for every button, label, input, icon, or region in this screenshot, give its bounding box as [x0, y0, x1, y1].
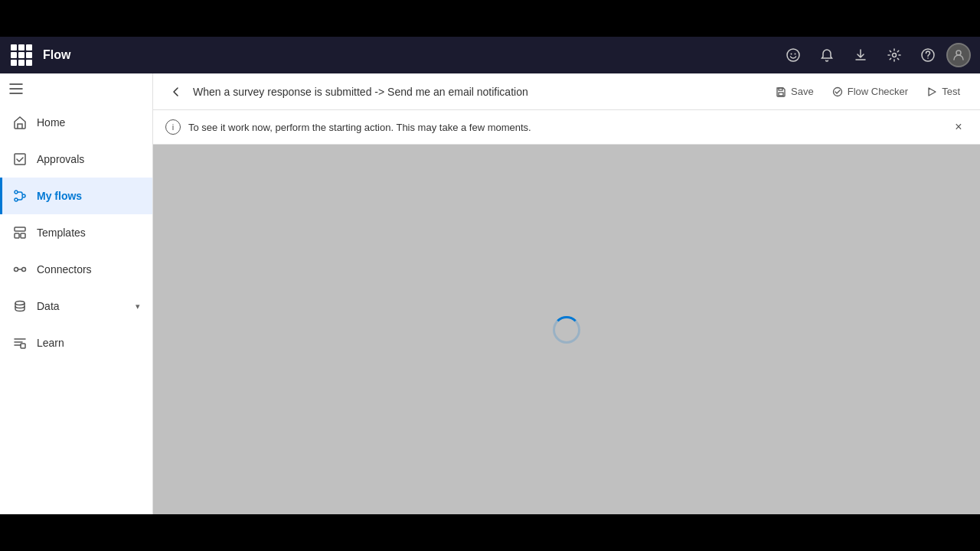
svg-point-1: [791, 54, 792, 55]
save-icon: [776, 86, 786, 97]
top-black-bar: [0, 0, 980, 37]
sidebar: Home Approvals: [0, 73, 153, 514]
download-button[interactable]: [845, 40, 876, 70]
svg-rect-19: [779, 88, 782, 90]
apps-grid-icon: [11, 44, 32, 66]
main-content: When a survey response is submitted -> S…: [153, 73, 980, 514]
svg-point-20: [833, 87, 841, 96]
app-wrapper: Flow: [0, 37, 980, 514]
svg-rect-11: [15, 227, 25, 231]
sidebar-item-learn[interactable]: Learn: [0, 324, 152, 361]
svg-point-2: [795, 54, 796, 55]
info-icon: i: [165, 119, 181, 135]
svg-point-6: [956, 51, 961, 55]
svg-rect-7: [15, 154, 25, 165]
sidebar-item-data-label: Data: [37, 300, 60, 312]
sidebar-item-connectors-label: Connectors: [37, 263, 92, 276]
test-icon: [926, 86, 937, 97]
my-flows-icon: [12, 188, 28, 204]
info-banner: i To see it work now, perform the starti…: [153, 110, 980, 145]
app-header: Flow: [0, 37, 980, 73]
sidebar-item-approvals[interactable]: Approvals: [0, 141, 152, 178]
settings-button[interactable]: [879, 40, 910, 70]
flow-checker-label: Flow Checker: [848, 86, 908, 97]
loading-spinner: [553, 316, 580, 344]
svg-point-14: [15, 268, 18, 272]
info-banner-text: To see it work now, perform the starting…: [188, 122, 942, 133]
help-button[interactable]: [913, 40, 943, 70]
connectors-icon: [12, 262, 28, 277]
sidebar-item-my-flows-label: My flows: [37, 190, 82, 202]
svg-point-10: [15, 198, 18, 201]
bottom-black-bar: [0, 514, 980, 551]
sidebar-item-home[interactable]: Home: [0, 104, 152, 141]
svg-point-0: [787, 49, 799, 61]
sidebar-item-templates[interactable]: Templates: [0, 214, 152, 251]
apps-button[interactable]: [9, 43, 34, 67]
svg-rect-13: [21, 233, 25, 238]
templates-icon: [12, 225, 28, 240]
sidebar-item-learn-label: Learn: [37, 337, 64, 349]
flow-header-bar: When a survey response is submitted -> S…: [153, 73, 980, 110]
svg-point-15: [22, 268, 26, 272]
approvals-icon: [12, 152, 28, 167]
sidebar-collapse-button[interactable]: [0, 73, 152, 104]
flow-checker-icon: [832, 86, 843, 97]
flow-title: When a survey response is submitted -> S…: [193, 86, 762, 98]
test-label: Test: [942, 86, 960, 97]
svg-point-3: [893, 54, 897, 57]
save-label: Save: [791, 86, 814, 97]
close-icon: ×: [955, 120, 962, 134]
canvas-area: [153, 145, 980, 514]
sidebar-item-templates-label: Templates: [37, 227, 86, 239]
learn-icon: [12, 335, 28, 350]
content-area: Home Approvals: [0, 73, 980, 514]
svg-rect-18: [779, 93, 783, 96]
sidebar-item-home-label: Home: [37, 116, 65, 129]
spinner-circle: [553, 316, 580, 344]
flow-checker-button[interactable]: Flow Checker: [825, 83, 916, 100]
sidebar-item-my-flows[interactable]: My flows: [0, 178, 152, 214]
sidebar-item-approvals-label: Approvals: [37, 153, 84, 165]
header-icons: [778, 40, 971, 70]
feedback-button[interactable]: [778, 40, 808, 70]
test-button[interactable]: Test: [919, 83, 968, 100]
svg-rect-12: [15, 233, 19, 238]
notification-button[interactable]: [812, 40, 842, 70]
sidebar-item-data[interactable]: Data ▾: [0, 288, 152, 324]
svg-point-9: [22, 194, 25, 197]
sidebar-item-connectors[interactable]: Connectors: [0, 251, 152, 288]
svg-point-5: [927, 57, 929, 59]
user-avatar[interactable]: [946, 43, 971, 67]
data-icon: [12, 298, 28, 314]
sidebar-nav: Home Approvals: [0, 104, 152, 514]
svg-rect-17: [21, 344, 25, 348]
back-button[interactable]: [165, 81, 187, 103]
save-button[interactable]: Save: [768, 83, 822, 100]
info-close-button[interactable]: ×: [949, 118, 968, 136]
svg-point-8: [15, 191, 18, 194]
data-chevron-icon: ▾: [136, 302, 140, 311]
flow-actions: Save Flow Checker Test: [768, 83, 968, 100]
svg-point-16: [15, 302, 24, 305]
app-title: Flow: [43, 48, 70, 62]
home-icon: [12, 115, 28, 130]
